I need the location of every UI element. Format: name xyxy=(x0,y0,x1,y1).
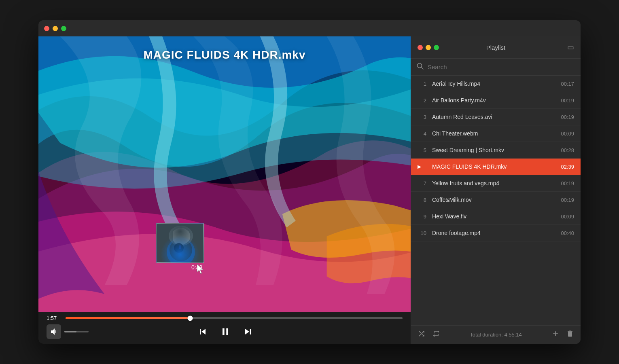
item-duration: 00:19 xyxy=(561,197,574,203)
minimize-button[interactable] xyxy=(53,26,58,31)
item-number: 8 xyxy=(418,197,426,203)
playlist-items: 1 Aerial Icy Hills.mp4 00:17 2 Air Ballo… xyxy=(411,76,581,325)
item-name: Chi Theater.webm xyxy=(432,130,557,137)
item-number: 9 xyxy=(418,214,426,220)
svg-point-3 xyxy=(170,239,192,261)
playlist-maximize-button[interactable] xyxy=(434,45,439,50)
svg-point-4 xyxy=(169,226,193,246)
volume-fill xyxy=(64,331,76,332)
playlist-item[interactable]: 2 Air Ballons Party.m4v 00:19 xyxy=(411,92,581,109)
pause-button[interactable] xyxy=(218,324,233,339)
video-area: MAGIC FLUIDS 4K HDR.mkv 0:43 xyxy=(38,36,411,344)
play-indicator: ▶ xyxy=(418,164,426,169)
playlist-item[interactable]: 8 Coffe&Milk.mov 00:19 xyxy=(411,192,581,208)
search-bar xyxy=(411,59,581,76)
item-name: Sweet Dreaming | Short.mkv xyxy=(432,147,557,153)
shuffle-icon[interactable] xyxy=(418,330,426,340)
search-icon xyxy=(417,63,424,71)
playlist-minimize-button[interactable] xyxy=(426,45,431,50)
playlist-item[interactable]: 1 Aerial Icy Hills.mp4 00:17 xyxy=(411,76,581,92)
item-number: 2 xyxy=(418,97,426,104)
item-duration: 00:17 xyxy=(561,81,574,87)
item-duration: 00:28 xyxy=(561,147,574,153)
thumbnail-preview xyxy=(156,223,204,263)
playlist-item[interactable]: ▶ MAGIC FLUIDS 4K HDR.mkv 02:39 xyxy=(411,159,581,175)
svg-point-5 xyxy=(174,243,184,253)
next-button[interactable] xyxy=(241,324,255,339)
pause-icon xyxy=(220,326,231,337)
delete-icon[interactable] xyxy=(566,330,574,340)
playlist-title-bar: Playlist ▭ xyxy=(411,36,581,59)
maximize-button[interactable] xyxy=(61,26,66,31)
playlist-item[interactable]: 3 Autumn Red Leaves.avi 00:19 xyxy=(411,109,581,125)
svg-point-6 xyxy=(179,245,181,249)
item-name: Drone footage.mp4 xyxy=(432,230,557,236)
repeat-icon[interactable] xyxy=(432,330,440,340)
item-name: Air Ballons Party.m4v xyxy=(432,97,557,104)
next-icon xyxy=(242,326,254,337)
item-name: Autumn Red Leaves.avi xyxy=(432,114,557,120)
playlist-item[interactable]: 4 Chi Theater.webm 00:09 xyxy=(411,125,581,142)
volume-button[interactable] xyxy=(47,324,61,339)
playlist-item[interactable]: 5 Sweet Dreaming | Short.mkv 00:28 xyxy=(411,142,581,159)
volume-area xyxy=(47,324,89,339)
item-number: 5 xyxy=(418,147,426,153)
item-duration: 00:19 xyxy=(561,180,574,186)
playback-controls xyxy=(195,324,255,339)
item-duration: 02:39 xyxy=(561,164,574,170)
close-button[interactable] xyxy=(44,26,49,31)
item-name: Aerial Icy Hills.mp4 xyxy=(432,80,557,87)
video-canvas: MAGIC FLUIDS 4K HDR.mkv 0:43 xyxy=(38,36,411,312)
time-tooltip: 0:43 xyxy=(191,264,202,271)
playlist-title: Playlist xyxy=(486,44,506,51)
previous-button[interactable] xyxy=(195,324,210,339)
item-name: Coffe&Milk.mov xyxy=(432,197,557,203)
add-icon[interactable] xyxy=(551,330,560,340)
svg-rect-1 xyxy=(157,224,204,263)
playlist-item[interactable]: 7 Yellow fruits and vegs.mp4 00:19 xyxy=(411,175,581,192)
search-input[interactable] xyxy=(428,63,575,70)
item-name: MAGIC FLUIDS 4K HDR.mkv xyxy=(432,163,557,170)
item-number: 7 xyxy=(418,180,426,186)
progress-thumb[interactable] xyxy=(188,315,193,321)
playlist-close-button[interactable] xyxy=(418,45,423,50)
svg-line-8 xyxy=(421,67,423,69)
item-duration: 00:40 xyxy=(561,230,574,236)
total-duration: Total duration: 4:55:14 xyxy=(447,332,545,338)
video-title: MAGIC FLUIDS 4K HDR.mkv xyxy=(38,49,411,61)
item-number: 10 xyxy=(418,230,426,236)
volume-icon xyxy=(50,328,58,336)
traffic-lights xyxy=(44,26,66,31)
item-duration: 00:09 xyxy=(561,214,574,220)
playlist-item[interactable]: 10 Drone footage.mp4 00:40 xyxy=(411,225,581,241)
playlist-item[interactable]: 9 Hexi Wave.flv 00:09 xyxy=(411,208,581,225)
progress-track[interactable] xyxy=(66,317,403,319)
item-number: 3 xyxy=(418,114,426,120)
item-name: Yellow fruits and vegs.mp4 xyxy=(432,180,557,186)
volume-slider[interactable] xyxy=(64,331,89,332)
title-bar xyxy=(38,20,581,36)
chat-icon[interactable]: ▭ xyxy=(567,43,574,52)
playlist-footer: Total duration: 4:55:14 xyxy=(411,325,581,344)
item-duration: 00:19 xyxy=(561,114,574,120)
svg-point-2 xyxy=(167,238,195,263)
item-name: Hexi Wave.flv xyxy=(432,213,557,220)
video-controls: 1:57 xyxy=(38,312,411,344)
item-number: 1 xyxy=(418,81,426,87)
playlist-panel: Playlist ▭ 1 Aerial Icy Hills.mp4 00:17 xyxy=(411,36,581,344)
item-duration: 00:19 xyxy=(561,97,574,104)
item-duration: 00:09 xyxy=(561,131,574,137)
item-number: 4 xyxy=(418,131,426,137)
playlist-window-controls xyxy=(418,45,439,50)
progress-fill xyxy=(66,317,190,319)
previous-icon xyxy=(197,326,208,337)
app-window: MAGIC FLUIDS 4K HDR.mkv 0:43 xyxy=(38,20,581,344)
current-time: 1:57 xyxy=(47,315,61,321)
main-content: MAGIC FLUIDS 4K HDR.mkv 0:43 xyxy=(38,36,581,344)
